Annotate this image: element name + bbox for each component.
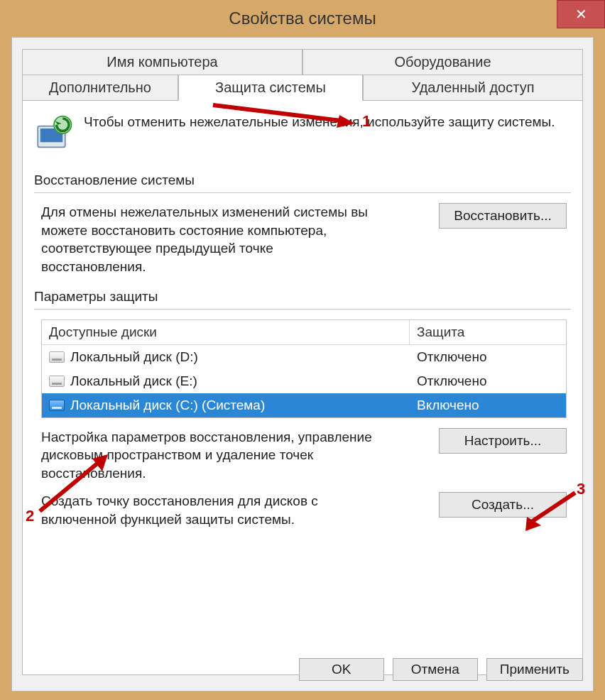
- col-available-disks: Доступные диски: [42, 320, 410, 344]
- disk-name: Локальный диск (C:) (Система): [70, 398, 265, 413]
- annotation-num-1: 1: [362, 112, 371, 131]
- group-restore: Восстановление системы Для отмены нежела…: [34, 173, 571, 276]
- configure-description: Настройка параметров восстановления, упр…: [41, 428, 378, 483]
- table-row[interactable]: Локальный диск (E:)Отключено: [42, 369, 566, 393]
- drive-icon: [49, 376, 65, 387]
- apply-button[interactable]: Применить: [486, 658, 583, 681]
- window-title: Свойства системы: [229, 9, 376, 28]
- table-row[interactable]: Локальный диск (C:) (Система)Включено: [42, 393, 566, 417]
- divider: [34, 192, 571, 193]
- tab-remote[interactable]: Удаленный доступ: [363, 75, 583, 101]
- disk-name-cell: Локальный диск (C:) (Система): [42, 393, 410, 417]
- tab-body: Чтобы отменить нежелательные изменения, …: [22, 100, 583, 675]
- ok-button[interactable]: OK: [299, 658, 384, 681]
- group-protection-title: Параметры защиты: [34, 289, 571, 305]
- tab-hardware[interactable]: Оборудование: [302, 49, 583, 75]
- disk-name: Локальный диск (D:): [70, 349, 198, 365]
- table-row[interactable]: Локальный диск (D:)Отключено: [42, 345, 566, 369]
- window-frame: Свойства системы ✕ Имя компьютера Оборуд…: [0, 0, 605, 700]
- configure-button[interactable]: Настроить...: [439, 428, 567, 454]
- disk-table: Доступные диски Защита Локальный диск (D…: [41, 319, 567, 418]
- client-area: Имя компьютера Оборудование Дополнительн…: [11, 37, 594, 691]
- disk-name: Локальный диск (E:): [70, 373, 197, 389]
- system-protection-icon: [34, 114, 74, 157]
- table-header: Доступные диски Защита: [42, 320, 566, 345]
- divider: [34, 309, 571, 310]
- create-description: Создать точку восстановления для дисков …: [41, 492, 378, 528]
- intro-text: Чтобы отменить нежелательные изменения, …: [84, 114, 555, 157]
- disk-name-cell: Локальный диск (E:): [42, 369, 410, 393]
- close-icon: ✕: [575, 6, 587, 23]
- disk-name-cell: Локальный диск (D:): [42, 345, 410, 369]
- tab-system-protection[interactable]: Защита системы: [178, 75, 363, 101]
- restore-description: Для отмены нежелательных изменений систе…: [41, 203, 378, 276]
- disk-status-cell: Включено: [410, 393, 566, 417]
- tab-advanced[interactable]: Дополнительно: [22, 75, 178, 101]
- dialog-buttons: OK Отмена Применить: [299, 658, 583, 681]
- tab-computer-name[interactable]: Имя компьютера: [22, 49, 302, 75]
- restore-button[interactable]: Восстановить...: [439, 203, 567, 229]
- create-button[interactable]: Создать...: [439, 492, 567, 518]
- titlebar: Свойства системы ✕: [0, 0, 605, 37]
- close-button[interactable]: ✕: [557, 0, 605, 28]
- tab-strip: Имя компьютера Оборудование Дополнительн…: [22, 49, 583, 675]
- annotation-num-3: 3: [577, 480, 585, 498]
- drive-icon: [49, 351, 65, 363]
- group-restore-title: Восстановление системы: [34, 173, 571, 188]
- cancel-button[interactable]: Отмена: [393, 658, 478, 681]
- group-protection: Параметры защиты Доступные диски Защита …: [34, 289, 571, 529]
- disk-status-cell: Отключено: [410, 369, 566, 393]
- col-protection: Защита: [410, 320, 566, 344]
- intro-block: Чтобы отменить нежелательные изменения, …: [34, 114, 571, 157]
- drive-system-icon: [49, 400, 65, 411]
- disk-status-cell: Отключено: [410, 345, 566, 369]
- annotation-num-2: 2: [26, 507, 34, 525]
